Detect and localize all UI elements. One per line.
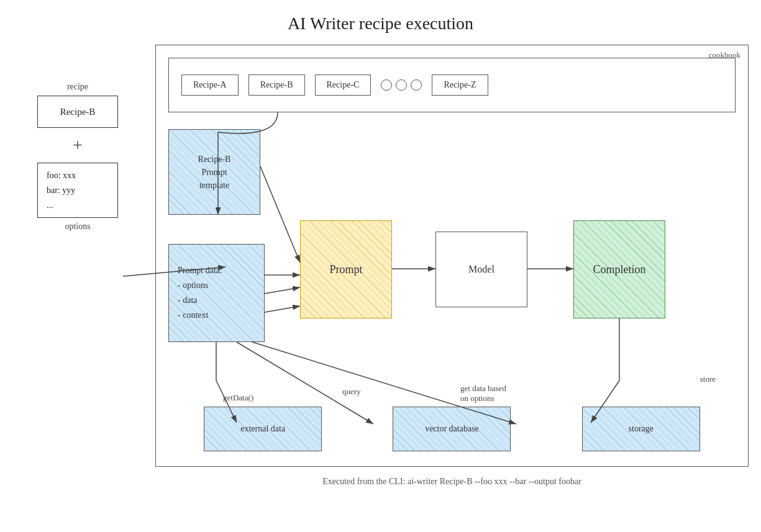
model-box: Model [435, 232, 527, 307]
db1-label: external data [240, 424, 285, 434]
recipe-tab-z: Recipe-Z [432, 74, 488, 96]
recipe-tab-c: Recipe-C [315, 74, 371, 96]
store-label: store [700, 374, 716, 384]
svg-line-2 [260, 166, 300, 263]
options-line2: bar: yyy [47, 183, 75, 198]
dot-3 [411, 79, 422, 91]
recipe-name: Recipe-B [60, 107, 96, 117]
page-title: AI Writer recipe execution [0, 0, 761, 45]
svg-line-4 [265, 287, 300, 294]
options-line3: ... [47, 198, 53, 213]
db3-label: storage [629, 424, 654, 434]
recipes-row: Recipe-A Recipe-B Recipe-C Recipe-Z [168, 58, 736, 112]
dots-group [381, 79, 422, 91]
dot-1 [381, 79, 392, 91]
prompt-data-data: - data [178, 293, 197, 308]
prompt-data-context: - context [178, 308, 208, 323]
db-row: external data vector database storage [156, 407, 748, 451]
db2-label: vector database [425, 424, 479, 434]
recipe-box: Recipe-B [37, 96, 118, 128]
query-label: query [342, 387, 361, 397]
completion-label: Completion [593, 263, 646, 276]
recipe-template-box: Recipe-BPrompttemplate [168, 129, 260, 215]
options-box: foo: xxx bar: yyy ... [37, 163, 118, 218]
prompt-box: Prompt [300, 220, 392, 318]
recipe-tab-b: Recipe-B [248, 74, 305, 96]
dot-2 [396, 79, 407, 91]
prompt-data-box: Prompt data: - options - data - context [168, 244, 265, 342]
model-label: Model [468, 264, 494, 275]
svg-line-5 [265, 306, 300, 312]
prompt-label: Prompt [329, 263, 362, 276]
left-panel: recipe Recipe-B + foo: xxx bar: yyy ... … [12, 45, 143, 487]
options-line1: foo: xxx [47, 168, 76, 183]
diagram-wrapper: cookbook Recipe-A Recipe-B Recipe-C Reci… [155, 45, 749, 487]
db-vector-database: vector database [393, 407, 511, 451]
recipe-label: recipe [67, 82, 88, 92]
db-external-data: external data [204, 407, 322, 451]
footer-text: Executed from the CLI: ai-writer Recipe-… [155, 477, 749, 487]
completion-box: Completion [573, 220, 665, 318]
recipe-tab-a: Recipe-A [181, 74, 239, 96]
options-label: options [65, 222, 90, 232]
get-data-label: get data basedon options [460, 384, 506, 404]
db-storage: storage [582, 407, 700, 451]
prompt-data-title: Prompt data: [178, 263, 222, 278]
diagram-border: cookbook Recipe-A Recipe-B Recipe-C Reci… [155, 45, 749, 467]
recipe-template-text: Recipe-BPrompttemplate [198, 153, 231, 192]
getData-label: getData() [223, 393, 253, 403]
plus-sign: + [73, 135, 83, 155]
prompt-data-options: - options [178, 278, 208, 293]
